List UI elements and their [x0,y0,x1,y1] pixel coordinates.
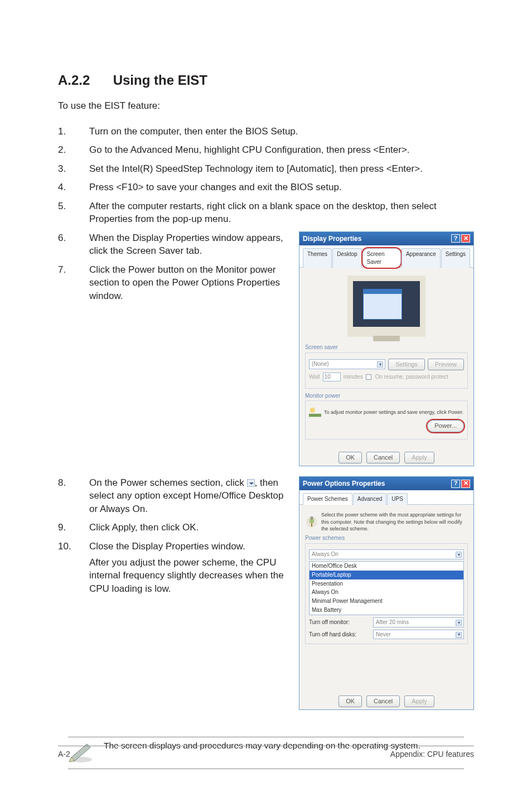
heading-title: Using the EIST [113,73,207,88]
footer-page-number: A-2 [58,750,70,758]
svg-rect-0 [309,414,321,417]
tab-bar: Themes Desktop Screen Saver Appearance S… [299,245,473,268]
step-8-10-row: 8. On the Power schemes section, click ,… [58,476,474,711]
power-scheme-options-list[interactable]: Home/Office Desk Portable/Laptop Present… [309,561,464,615]
screensaver-section-label: Screen saver [305,344,468,351]
step-5: 5.After the computer restarts, right cli… [58,200,474,226]
tab-desktop[interactable]: Desktop [332,248,362,268]
page-footer: A-2 Appendix: CPU features [58,746,474,758]
close-icon[interactable]: ✕ [461,480,470,488]
monitor-power-text: To adjust monitor power settings and sav… [324,409,464,416]
dialog-titlebar[interactable]: Power Options Properties ? ✕ [299,477,473,491]
step-10-extra: After you adjust the power scheme, the C… [89,556,289,595]
turn-off-monitor-label: Turn off monitor: [309,619,370,626]
tab-ups[interactable]: UPS [387,493,408,505]
chevron-down-icon: ▾ [456,620,462,626]
step-number: 2. [58,143,89,156]
scheme-option[interactable]: Portable/Laptop [309,571,463,579]
step-text: Press <F10> to save your changes and exi… [89,181,474,194]
step-number: 4. [58,181,89,194]
step-text: Click Apply, then click OK. [89,521,289,534]
step-text: When the Display Properties window appea… [89,231,289,258]
tab-advanced[interactable]: Advanced [353,493,386,505]
help-icon[interactable]: ? [451,480,460,488]
power-button[interactable]: Power... [427,420,464,432]
step-text: On the Power schemes section, click , th… [89,476,289,515]
step-number: 6. [58,231,89,258]
scheme-option[interactable]: Presentation [309,579,463,588]
svg-rect-5 [312,516,313,519]
step-1: 1.Turn on the computer, then enter the B… [58,125,474,138]
dialog-title-text: Display Properties [303,234,361,244]
step-text: Turn on the computer, then enter the BIO… [89,125,474,138]
step-text: Close the Display Properties window. Aft… [89,540,289,596]
chevron-down-icon[interactable]: ▾ [456,552,462,558]
ok-button[interactable]: OK [338,695,362,707]
step-number: 9. [58,521,89,534]
energy-icon [309,407,321,418]
step-number: 3. [58,162,89,175]
tab-bar: Power Schemes Advanced UPS [299,490,473,505]
step-text: Go to the Advanced Menu, highlight CPU C… [89,143,474,156]
tab-settings[interactable]: Settings [441,248,470,268]
svg-rect-3 [309,519,314,523]
step-3: 3.Set the Intel(R) SpeedStep Technology … [58,162,474,175]
monitor-power-section-label: Monitor power [305,392,468,400]
screensaver-select[interactable]: (None)▾ [309,359,385,369]
resume-checkbox[interactable] [366,374,371,380]
step-6-7-row: 6. When the Display Properties window ap… [58,231,474,466]
step-number: 7. [58,263,89,302]
scheme-option[interactable]: Always On [309,588,463,597]
step-text: Click the Power button on the Monitor po… [89,263,289,302]
tab-themes[interactable]: Themes [303,248,332,268]
cancel-button[interactable]: Cancel [366,452,400,463]
settings-button[interactable]: Settings [388,359,425,370]
step-number: 10. [58,540,89,596]
wait-unit: minutes [344,373,363,381]
power-schemes-section-label: Power schemes [305,534,468,542]
step-number: 8. [58,476,89,515]
step-number: 5. [58,200,89,226]
help-icon[interactable]: ? [451,234,460,243]
scheme-description: Select the power scheme with the most ap… [321,511,468,532]
tab-power-schemes[interactable]: Power Schemes [303,493,352,505]
tab-appearance[interactable]: Appearance [402,248,441,268]
chevron-down-icon: ▾ [456,632,462,638]
power-options-dialog: Power Options Properties ? ✕ Power Schem… [299,476,474,711]
footer-section-title: Appendix: CPU features [390,750,474,758]
close-icon[interactable]: ✕ [461,234,470,243]
apply-button[interactable]: Apply [404,452,434,463]
section-heading: A.2.2 Using the EIST [58,73,474,88]
svg-point-1 [310,408,315,413]
step-2: 2.Go to the Advanced Menu, highlight CPU… [58,143,474,156]
chevron-down-icon: ▾ [377,361,383,368]
cancel-button[interactable]: Cancel [366,695,400,707]
dialog-titlebar[interactable]: Display Properties ? ✕ [299,232,473,246]
intro-text: To use the EIST feature: [58,100,474,112]
power-scheme-select[interactable]: Always On ▾ [309,549,464,559]
ok-button[interactable]: OK [338,452,362,463]
heading-number: A.2.2 [58,73,109,88]
monitor-preview-icon [347,276,425,337]
svg-rect-4 [311,516,312,519]
wait-label: Wait [309,373,320,381]
turn-off-disks-label: Turn off hard disks: [309,631,370,639]
power-plug-icon [305,515,318,529]
display-properties-dialog: Display Properties ? ✕ Themes Desktop Sc… [299,231,474,466]
wait-spinner[interactable]: 10 [323,373,341,381]
apply-button[interactable]: Apply [404,695,434,707]
resume-label: On resume, password protect [375,373,448,381]
step-number: 1. [58,125,89,138]
preview-button[interactable]: Preview [428,359,464,370]
turn-off-disks-select[interactable]: Never▾ [373,630,464,640]
scheme-option[interactable]: Home/Office Desk [309,562,463,571]
turn-off-monitor-select[interactable]: After 20 mins▾ [373,617,464,627]
scheme-option[interactable]: Max Battery [309,606,463,615]
step-text: Set the Intel(R) SpeedStep Technology it… [89,162,474,175]
step-4: 4.Press <F10> to save your changes and e… [58,181,474,194]
dialog-title-text: Power Options Properties [303,479,385,489]
scheme-option[interactable]: Minimal Power Management [309,597,463,606]
step-text: After the computer restarts, right click… [89,200,474,226]
chevron-down-icon [247,479,255,487]
tab-screen-saver[interactable]: Screen Saver [362,248,401,268]
